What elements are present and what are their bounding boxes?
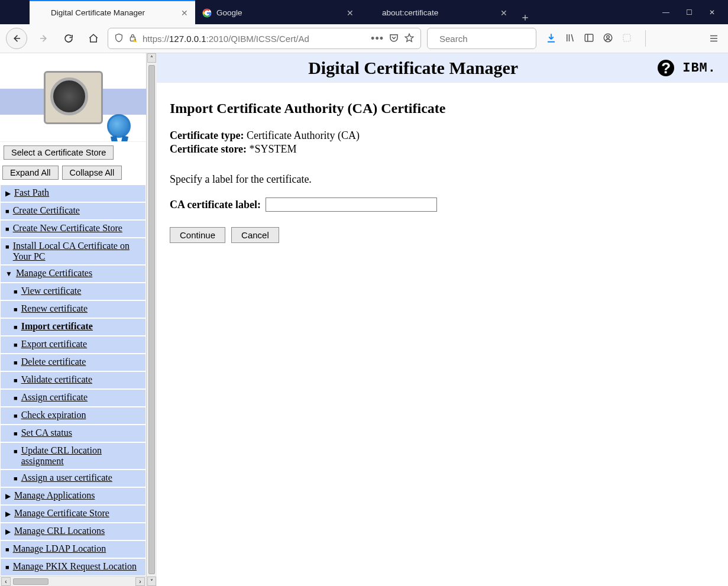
tracking-shield-icon[interactable] xyxy=(114,33,124,44)
sidebar-link[interactable]: Create Certificate xyxy=(13,205,80,216)
reload-button[interactable] xyxy=(60,30,77,47)
sidebar-link[interactable]: Update CRL location assignment xyxy=(21,445,142,467)
select-cert-store-button[interactable]: Select a Certificate Store xyxy=(4,145,114,160)
sidebar-link[interactable]: Set CA status xyxy=(21,428,72,438)
expand-all-button[interactable]: Expand All xyxy=(2,166,59,180)
sidebar-link[interactable]: Export certificate xyxy=(21,339,88,349)
search-box[interactable] xyxy=(427,28,536,49)
sidebar-link[interactable]: Assign a user certificate xyxy=(21,472,112,483)
sidebar-link[interactable]: Manage Certificates xyxy=(16,268,92,279)
sidebar-link[interactable]: Create New Certificate Store xyxy=(13,223,122,234)
search-input[interactable] xyxy=(438,33,553,44)
library-icon[interactable] xyxy=(565,33,575,45)
collapse-all-button[interactable]: Collapse All xyxy=(62,166,122,180)
main-content: Digital Certificate Manager ? IBM. Impor… xyxy=(157,53,728,586)
sidebar-link[interactable]: Manage CRL Locations xyxy=(14,526,105,536)
sidebar-subitem[interactable]: ■Update CRL location assignment xyxy=(0,442,146,470)
sidebar-link[interactable]: Validate certificate xyxy=(21,374,92,385)
sidebar-subitem[interactable]: ■Import certificate xyxy=(0,318,146,336)
sidebar-toggle-icon[interactable] xyxy=(584,33,594,45)
sidebar-subitem[interactable]: ■Set CA status xyxy=(0,425,146,442)
sidebar-link[interactable]: Check expiration xyxy=(21,410,86,420)
square-bullet-icon: ■ xyxy=(14,374,18,386)
sidebar-subitem[interactable]: ■Renew certificate xyxy=(0,300,146,318)
square-bullet-icon: ■ xyxy=(5,223,9,235)
sidebar-subitem[interactable]: ■Assign certificate xyxy=(0,389,146,407)
sidebar-item[interactable]: ▶Manage CRL Locations xyxy=(0,523,146,540)
square-bullet-icon: ■ xyxy=(14,321,18,333)
tab-dcm[interactable]: Digital Certificate Manager xyxy=(30,0,195,24)
window-close-icon[interactable]: ✕ xyxy=(709,8,715,17)
sidebar-link[interactable]: Renew certificate xyxy=(21,303,88,314)
sidebar-item[interactable]: ■Create Certificate xyxy=(0,202,146,220)
sidebar-link[interactable]: Import certificate xyxy=(21,321,93,332)
sidebar-link[interactable]: Manage Applications xyxy=(14,490,95,501)
sidebar-subitem[interactable]: ■Validate certificate xyxy=(0,371,146,389)
bookmark-star-icon[interactable] xyxy=(404,33,415,45)
sidebar-item[interactable]: ■Create New Certificate Store xyxy=(0,220,146,238)
scroll-right-icon[interactable]: › xyxy=(135,577,145,586)
url-text: https://127.0.0.1:2010/QIBM/ICSS/Cert/Ad xyxy=(143,34,366,44)
sidebar-link[interactable]: Assign certificate xyxy=(21,392,88,403)
window-minimize-icon[interactable]: — xyxy=(662,8,669,17)
account-icon[interactable] xyxy=(603,33,613,45)
sidebar-link[interactable]: Manage PKIX Request Location xyxy=(13,561,137,572)
app-menu-icon[interactable] xyxy=(706,30,722,47)
lock-warning-icon[interactable]: ! xyxy=(128,33,138,44)
tab-google[interactable]: Google xyxy=(195,0,361,24)
sidebar-item[interactable]: ■Manage LDAP Location xyxy=(0,540,146,558)
tab-close-icon[interactable] xyxy=(181,8,188,18)
scroll-up-icon[interactable]: ˄ xyxy=(147,53,156,63)
window-maximize-icon[interactable]: ☐ xyxy=(686,8,693,17)
reload-icon xyxy=(63,33,74,44)
page-actions-icon[interactable]: ••• xyxy=(371,33,384,45)
sidebar-vertical-scrollbar[interactable]: ˄ ˅ xyxy=(147,53,157,586)
cancel-button[interactable]: Cancel xyxy=(231,227,279,243)
sidebar-subitem[interactable]: ■Assign a user certificate xyxy=(0,470,146,487)
sidebar-link[interactable]: Manage Certificate Store xyxy=(14,508,109,519)
downloads-icon[interactable] xyxy=(546,33,556,45)
home-button[interactable] xyxy=(85,30,102,47)
tab-favicon-blank-icon xyxy=(368,8,377,18)
sidebar-link[interactable]: Manage LDAP Location xyxy=(13,543,106,554)
scroll-left-icon[interactable]: ‹ xyxy=(1,577,11,586)
square-bullet-icon: ■ xyxy=(14,472,18,484)
sidebar-item[interactable]: ■Install Local CA Certificate on Your PC xyxy=(0,238,146,265)
sidebar-subitem[interactable]: ■Delete certificate xyxy=(0,354,146,371)
sidebar-subitem[interactable]: ■View certificate xyxy=(0,283,146,300)
sidebar-subitem[interactable]: ■Export certificate xyxy=(0,336,146,354)
sidebar-subitem[interactable]: ■Check expiration xyxy=(0,407,146,425)
back-button[interactable] xyxy=(6,28,27,49)
new-tab-button[interactable]: ＋ xyxy=(515,10,536,24)
sidebar-item[interactable]: ▼Manage Certificates xyxy=(0,265,146,283)
url-bar[interactable]: ! https://127.0.0.1:2010/QIBM/ICSS/Cert/… xyxy=(108,28,421,49)
sidebar-item[interactable]: ■Manage PKIX Request Location xyxy=(0,558,146,576)
sidebar-item[interactable]: ▶Manage Applications xyxy=(0,487,146,505)
scrollbar-thumb[interactable] xyxy=(148,65,155,574)
cert-store-row: Certificate store: *SYSTEM xyxy=(170,143,715,156)
square-bullet-icon: ■ xyxy=(14,410,18,422)
tab-close-icon[interactable] xyxy=(347,8,354,18)
sidebar-item[interactable]: ▶Manage Certificate Store xyxy=(0,505,146,523)
extension-icon[interactable] xyxy=(622,33,632,45)
sidebar-horizontal-scrollbar[interactable]: ‹ › xyxy=(0,576,146,586)
sidebar-item[interactable]: ▶Fast Path xyxy=(0,184,146,202)
cert-store-label: Certificate store: xyxy=(170,143,247,155)
scroll-down-icon[interactable]: ˅ xyxy=(147,577,156,586)
square-bullet-icon: ■ xyxy=(5,241,9,252)
sidebar-link[interactable]: View certificate xyxy=(21,286,82,296)
square-bullet-icon: ■ xyxy=(14,445,18,457)
tab-close-icon[interactable] xyxy=(500,8,507,18)
continue-button[interactable]: Continue xyxy=(170,227,225,243)
scrollbar-thumb[interactable] xyxy=(13,578,48,585)
cert-store-value: *SYSTEM xyxy=(250,143,297,155)
pocket-icon[interactable] xyxy=(389,33,399,45)
sidebar-link[interactable]: Delete certificate xyxy=(21,357,86,367)
arrow-right-icon: ▶ xyxy=(5,187,11,199)
sidebar-link[interactable]: Install Local CA Certificate on Your PC xyxy=(13,241,142,262)
help-icon[interactable]: ? xyxy=(658,60,674,76)
forward-button[interactable] xyxy=(35,30,52,47)
ca-label-input[interactable] xyxy=(266,198,437,212)
tab-about-certificate[interactable]: about:certificate xyxy=(361,0,515,24)
sidebar-link[interactable]: Fast Path xyxy=(14,187,49,198)
